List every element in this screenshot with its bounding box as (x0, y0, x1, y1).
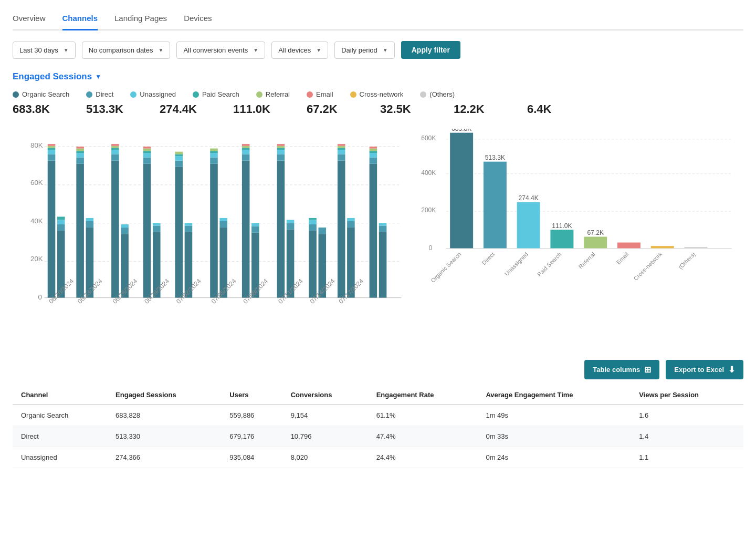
svg-rect-86 (319, 227, 327, 234)
col-conversions: Conversions (282, 386, 368, 405)
svg-rect-33 (111, 146, 119, 148)
table-row: Direct513,330679,17610,79647.4%0m 33s1.4 (13, 426, 743, 447)
period-filter[interactable]: Daily period ▼ (334, 42, 395, 59)
svg-rect-125 (484, 162, 507, 249)
svg-rect-54 (185, 223, 193, 226)
table-cell: 513,330 (107, 426, 221, 447)
table-cell: Direct (13, 426, 107, 447)
svg-rect-101 (370, 147, 377, 149)
svg-text:Referral: Referral (578, 251, 596, 270)
svg-rect-45 (153, 225, 161, 232)
table-cell: 47.4% (368, 426, 478, 447)
svg-rect-28 (86, 218, 94, 221)
channel-bar-chart: 600K 400K 200K 0 683.8K 513.3K 274.4K (420, 129, 743, 347)
tab-devices[interactable]: Devices (184, 8, 212, 29)
svg-text:Paid Search: Paid Search (536, 251, 563, 278)
col-engaged-sessions: Engaged Sessions (107, 386, 221, 405)
svg-rect-15 (48, 144, 56, 146)
table-cell: 0m 33s (477, 426, 631, 447)
legend-dot-unassigned (130, 91, 136, 98)
svg-rect-27 (86, 221, 94, 227)
filters-bar: Last 30 days ▼ No comparison dates ▼ All… (13, 41, 743, 59)
tab-landing-pages[interactable]: Landing Pages (114, 8, 167, 29)
svg-rect-64 (242, 154, 250, 161)
svg-rect-80 (287, 220, 295, 223)
svg-text:Organic Search: Organic Search (430, 251, 463, 284)
period-arrow: ▼ (383, 47, 388, 53)
table-cell: 9,154 (282, 405, 368, 426)
date-range-filter[interactable]: Last 30 days ▼ (13, 42, 76, 59)
svg-rect-87 (338, 161, 345, 298)
comparison-filter[interactable]: No comparison dates ▼ (82, 42, 171, 59)
svg-rect-131 (584, 237, 607, 249)
svg-text:683.8K: 683.8K (452, 129, 471, 132)
table-cell: 1.4 (631, 426, 743, 447)
legend-dot-email (307, 91, 313, 98)
svg-rect-73 (277, 154, 285, 161)
legend-referral: Referral (256, 90, 290, 98)
devices-filter[interactable]: All devices ▼ (271, 42, 328, 59)
svg-rect-70 (251, 226, 259, 233)
svg-rect-82 (309, 224, 317, 231)
legend-direct: Direct (86, 90, 113, 98)
legend-email: Email (307, 90, 333, 98)
stat-referral: 67.2K (307, 102, 380, 116)
svg-rect-96 (370, 164, 377, 298)
stat-cross: 12.2K (454, 102, 527, 116)
svg-rect-58 (210, 151, 218, 153)
time-series-chart: 80K 60K 40K 20K 0 (13, 129, 407, 347)
section-dropdown-icon[interactable]: ▼ (95, 73, 101, 80)
legend-dot-referral (256, 91, 262, 98)
svg-rect-40 (143, 153, 151, 157)
table-cell: 679,176 (221, 426, 282, 447)
svg-rect-81 (309, 231, 317, 297)
svg-rect-61 (219, 221, 227, 227)
svg-rect-133 (617, 243, 640, 249)
svg-rect-14 (48, 146, 56, 148)
svg-rect-12 (48, 150, 56, 154)
svg-rect-66 (242, 148, 250, 150)
tab-channels[interactable]: Channels (62, 8, 98, 30)
table-row: Unassigned274,366935,0848,02024.4%0m 24s… (13, 447, 743, 468)
apply-filter-button[interactable]: Apply filter (401, 41, 460, 59)
svg-rect-48 (175, 161, 183, 167)
svg-rect-46 (153, 223, 161, 226)
legend-row: Organic Search Direct Unassigned Paid Se… (13, 90, 743, 98)
svg-rect-100 (370, 149, 377, 151)
svg-rect-90 (338, 148, 345, 150)
svg-text:Direct: Direct (481, 251, 496, 266)
stat-unassigned: 274.4K (160, 102, 233, 116)
svg-rect-56 (210, 158, 218, 164)
table-columns-button[interactable]: Table columns ⊞ (584, 360, 659, 379)
svg-rect-34 (111, 144, 119, 146)
svg-rect-127 (517, 202, 540, 249)
legend-dot-organic (13, 91, 19, 98)
time-series-svg: 80K 60K 40K 20K 0 (13, 129, 407, 346)
legend-dot-direct (86, 91, 92, 98)
conversion-filter[interactable]: All conversion events ▼ (176, 42, 265, 59)
svg-rect-36 (121, 227, 129, 234)
table-row: Organic Search683,828559,8869,15461.1%1m… (13, 405, 743, 426)
svg-rect-135 (685, 247, 708, 248)
export-excel-button[interactable]: Export to Excel ⬇ (666, 360, 743, 379)
svg-rect-76 (277, 146, 285, 148)
table-cell: 274,366 (107, 447, 221, 468)
svg-rect-62 (219, 218, 227, 221)
svg-rect-123 (450, 133, 474, 249)
svg-rect-10 (48, 161, 56, 298)
table-header-row: Channel Engaged Sessions Users Conversio… (13, 386, 743, 405)
svg-rect-102 (379, 232, 387, 298)
svg-text:274.4K: 274.4K (519, 194, 539, 202)
svg-text:513.3K: 513.3K (485, 154, 505, 161)
tab-overview[interactable]: Overview (13, 8, 46, 29)
table-actions: Table columns ⊞ Export to Excel ⬇ (13, 360, 743, 379)
svg-text:80K: 80K (30, 141, 43, 149)
svg-rect-89 (338, 150, 345, 154)
svg-rect-37 (121, 224, 129, 227)
svg-text:60K: 60K (30, 179, 43, 187)
svg-rect-23 (76, 151, 84, 153)
legend-paid: Paid Search (193, 90, 239, 98)
svg-rect-50 (175, 154, 183, 157)
svg-rect-63 (242, 161, 250, 298)
legend-unassigned: Unassigned (130, 90, 176, 98)
